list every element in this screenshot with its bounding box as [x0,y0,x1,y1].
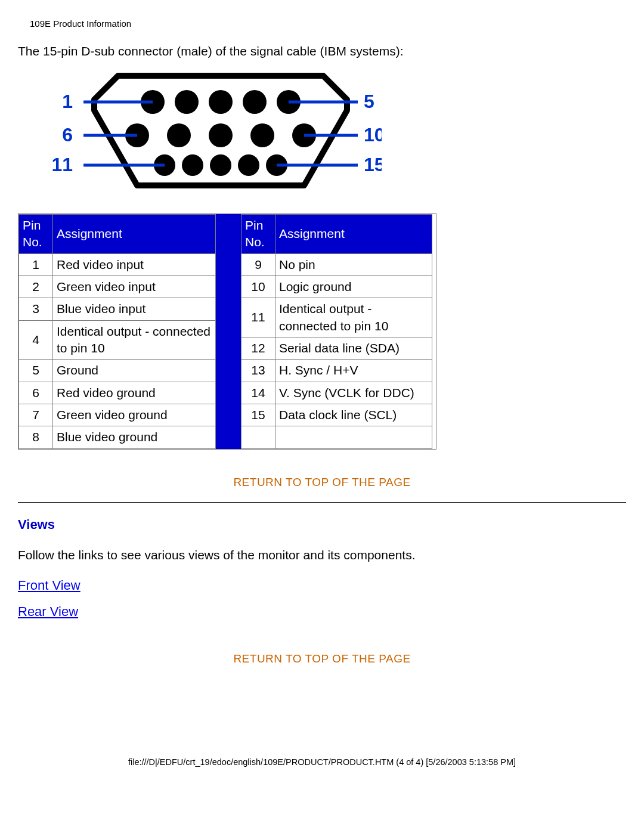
table-spacer [216,214,241,449]
table-row: 4Identical output - connected to pin 10 [19,320,216,360]
pin-no-cell: 6 [19,382,53,404]
front-view-link[interactable]: Front View [18,577,626,594]
pin-no-cell: 7 [19,404,53,426]
table-row: 6Red video ground [19,382,216,404]
pin-no-cell: 8 [19,426,53,448]
pin-no-cell [242,426,275,448]
pin-no-cell: 14 [242,382,275,404]
return-top-anchor[interactable]: RETURN TO TOP OF THE PAGE [233,476,410,488]
assignment-cell: Identical output - connected to pin 10 [275,298,432,337]
pin-no-cell: 12 [242,337,275,360]
svg-point-12 [182,154,203,176]
svg-point-7 [167,123,191,147]
assignment-cell: No pin [275,253,432,275]
assignment-cell: Identical output - connected to pin 10 [53,320,216,360]
col-header-pin: PinNo. [19,214,53,253]
col-header-pin: PinNo. [242,214,275,253]
table-row: 10Logic ground [242,275,432,298]
svg-point-2 [175,90,199,114]
return-top-link-1: RETURN TO TOP OF THE PAGE [18,473,626,490]
table-row: 9No pin [242,253,432,275]
svg-point-3 [209,90,233,114]
assignment-cell: Serial data line (SDA) [275,337,432,360]
assignment-cell: Blue video ground [53,426,216,448]
assignment-cell [275,426,432,448]
pin-no-cell: 11 [242,298,275,337]
table-row: 12Serial data line (SDA) [242,337,432,360]
pin-no-cell: 10 [242,275,275,298]
table-row: 15Data clock line (SCL) [242,404,432,426]
table-row: 5Ground [19,360,216,382]
svg-text:5: 5 [364,91,374,112]
svg-text:10: 10 [364,124,382,145]
pin-no-cell: 13 [242,360,275,382]
assignment-cell: Data clock line (SCL) [275,404,432,426]
table-row: 8Blue video ground [19,426,216,448]
col-header-assign: Assignment [275,214,432,253]
assignment-cell: Green video ground [53,404,216,426]
rear-view-link[interactable]: Rear View [18,603,626,621]
table-row: 11Identical output - connected to pin 10 [242,298,432,337]
assignment-cell: H. Sync / H+V [275,360,432,382]
pin-no-cell: 9 [242,253,275,275]
table-row: 3Blue video input [19,298,216,320]
pin-table-right: PinNo. Assignment 9No pin10Logic ground1… [241,214,432,449]
pin-no-cell: 5 [19,360,53,382]
views-heading: Views [18,516,626,534]
table-row: 14V. Sync (VCLK for DDC) [242,382,432,404]
assignment-cell: Red video ground [53,382,216,404]
assignment-cell: V. Sync (VCLK for DDC) [275,382,432,404]
svg-point-14 [238,154,259,176]
table-row: 13H. Sync / H+V [242,360,432,382]
connector-diagram: 1 6 11 5 10 15 [48,70,626,199]
pin-no-cell: 4 [19,320,53,360]
divider [18,502,626,503]
svg-text:11: 11 [51,154,73,175]
footer-path: file:///D|/EDFU/crt_19/edoc/english/109E… [18,757,626,769]
table-row: 1Red video input [19,253,216,275]
pin-no-cell: 2 [19,275,53,298]
views-intro: Follow the links to see various views of… [18,547,626,563]
assignment-cell: Ground [53,360,216,382]
svg-text:6: 6 [62,124,73,145]
table-row: 2Green video input [19,275,216,298]
svg-text:1: 1 [62,91,73,112]
col-header-assign: Assignment [53,214,216,253]
svg-point-8 [209,123,233,147]
table-row: 7Green video ground [19,404,216,426]
pin-no-cell: 1 [19,253,53,275]
assignment-cell: Green video input [53,275,216,298]
page-header: 109E Product Information [30,18,626,30]
pin-assignment-table: PinNo. Assignment 1Red video input2Green… [18,213,436,450]
table-row [242,426,432,448]
assignment-cell: Red video input [53,253,216,275]
intro-text: The 15-pin D-sub connector (male) of the… [18,43,626,60]
return-top-anchor[interactable]: RETURN TO TOP OF THE PAGE [233,652,410,665]
return-top-link-2: RETURN TO TOP OF THE PAGE [18,650,626,667]
pin-table-left: PinNo. Assignment 1Red video input2Green… [18,214,216,449]
svg-point-13 [210,154,231,176]
assignment-cell: Logic ground [275,275,432,298]
svg-point-9 [250,123,274,147]
pin-no-cell: 15 [242,404,275,426]
svg-point-4 [243,90,267,114]
assignment-cell: Blue video input [53,298,216,320]
pin-no-cell: 3 [19,298,53,320]
svg-text:15: 15 [364,154,382,175]
